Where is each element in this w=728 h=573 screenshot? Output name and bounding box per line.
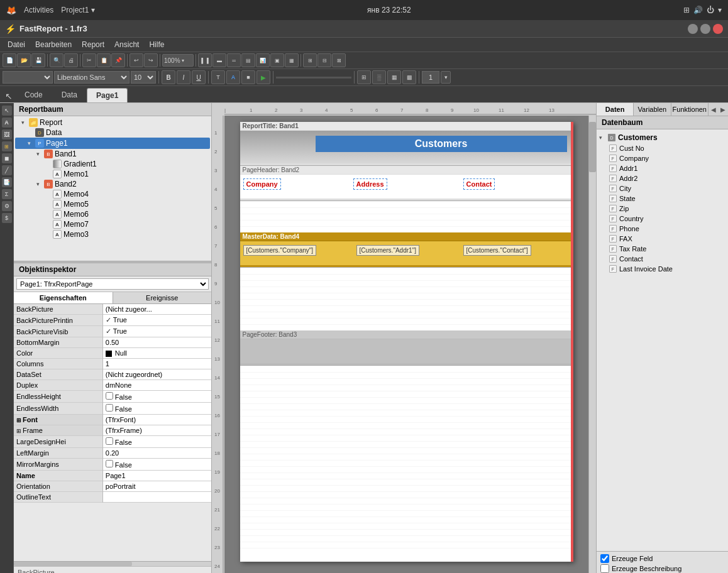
- data-company-field[interactable]: [Customers."Company"]: [243, 245, 317, 256]
- tb-paste[interactable]: 📌: [111, 53, 125, 67]
- maximize-button[interactable]: [700, 24, 710, 34]
- left-apps-icon[interactable]: ⚙: [2, 201, 12, 211]
- tree-node-memo3[interactable]: A Memo3: [15, 229, 210, 239]
- prop-endlesswidth[interactable]: EndlessWidth False: [14, 403, 211, 415]
- tree-node-gradient1[interactable]: Gradient1: [15, 159, 210, 169]
- tb-align2[interactable]: ⊟: [317, 53, 331, 67]
- tb-print[interactable]: 🖨: [64, 53, 78, 67]
- right-field-country[interactable]: F Country: [599, 214, 725, 224]
- tab-data[interactable]: Data: [52, 87, 87, 102]
- tb-band3[interactable]: ═: [227, 53, 241, 67]
- left-line-icon[interactable]: ╱: [2, 165, 12, 175]
- fmt-num-input[interactable]: [422, 71, 439, 84]
- prop-bottommargin[interactable]: BottomMargin0.50: [14, 337, 211, 348]
- fmt-text-hi[interactable]: A: [226, 70, 240, 84]
- tb-print-preview[interactable]: 🔍: [50, 53, 63, 67]
- right-tab-nav-left[interactable]: ◀: [708, 103, 718, 116]
- prop-endlessheight[interactable]: EndlessHeight False: [14, 391, 211, 403]
- prop-mirrormargins[interactable]: MirrorMargins False: [14, 459, 211, 471]
- data-contact-field[interactable]: [Customers."Contact"]: [463, 245, 531, 256]
- prop-largedesignhei[interactable]: LargeDesignHei False: [14, 436, 211, 448]
- tree-node-memo6[interactable]: A Memo6: [15, 209, 210, 219]
- inspector-tab-events[interactable]: Ereignisse: [113, 292, 212, 303]
- tb-bar5[interactable]: ▣: [270, 53, 284, 67]
- tb-copy[interactable]: 📋: [97, 53, 111, 67]
- right-field-addr2[interactable]: F Addr2: [599, 173, 725, 183]
- inspector-object-selector[interactable]: Page1: TfrxReportPage: [16, 278, 209, 290]
- tree-node-memo7[interactable]: A Memo7: [15, 219, 210, 229]
- right-field-city[interactable]: F City: [599, 183, 725, 194]
- tree-node-band2[interactable]: ▾ B Band2: [15, 179, 210, 189]
- fmt-underline[interactable]: U: [192, 70, 206, 84]
- right-field-taxrate[interactable]: F Tax Rate: [599, 244, 725, 254]
- close-button[interactable]: [713, 24, 723, 34]
- tree-node-memo4[interactable]: A Memo4: [15, 189, 210, 199]
- band-footer-resize[interactable]: [240, 363, 573, 365]
- activities-label[interactable]: Activities: [24, 6, 53, 14]
- minimize-button[interactable]: [688, 24, 698, 34]
- fmt-border2[interactable]: ░: [372, 70, 386, 84]
- tree-node-memo1[interactable]: A Memo1: [15, 169, 210, 179]
- right-field-company[interactable]: F Company: [599, 153, 725, 163]
- fmt-color2[interactable]: ▩: [402, 70, 416, 84]
- fontsize-select[interactable]: 10: [131, 71, 156, 84]
- tb-open[interactable]: 📂: [17, 53, 31, 67]
- tb-redo[interactable]: ↪: [144, 53, 158, 67]
- canvas-vscroll[interactable]: [588, 116, 596, 573]
- prop-duplex[interactable]: DuplexdmNone: [14, 380, 211, 391]
- tb-bar6[interactable]: ▦: [285, 53, 299, 67]
- create-description-checkbox[interactable]: [600, 564, 609, 573]
- right-field-custno[interactable]: F Cust No: [599, 143, 725, 153]
- prop-columns[interactable]: Columns1: [14, 359, 211, 369]
- tab-code[interactable]: Code: [15, 87, 52, 102]
- fmt-text[interactable]: T: [211, 70, 225, 84]
- right-field-lastinvoice[interactable]: F Last Invoice Date: [599, 264, 725, 274]
- prop-orientation[interactable]: OrientationpoPortrait: [14, 481, 211, 492]
- fmt-num-dropdown[interactable]: ▾: [441, 71, 451, 84]
- left-data-icon[interactable]: ⊞: [2, 141, 12, 151]
- fmt-highlight[interactable]: ■: [241, 70, 255, 84]
- right-tab-nav-right[interactable]: ▶: [718, 103, 728, 116]
- tree-node-report[interactable]: ▾ 📁 Report: [15, 117, 210, 128]
- menu-datei[interactable]: Datei: [3, 39, 30, 50]
- left-img-icon[interactable]: 🖼: [2, 129, 12, 139]
- tb-chart[interactable]: 📊: [256, 53, 270, 67]
- band-header-resize[interactable]: [240, 199, 573, 200]
- tree-node-data[interactable]: D Data: [15, 128, 210, 138]
- fmt-bold[interactable]: B: [162, 70, 175, 84]
- left-terminal-icon[interactable]: $: [2, 213, 12, 223]
- inspector-scroll-h[interactable]: [14, 561, 211, 566]
- band-master-resize[interactable]: [240, 265, 573, 267]
- band-title-resize[interactable]: [240, 163, 573, 165]
- left-text-icon[interactable]: A: [2, 117, 12, 128]
- fmt-run[interactable]: ▶: [256, 70, 270, 84]
- right-tab-funktionen[interactable]: Funktionen: [671, 103, 708, 116]
- right-field-zip[interactable]: F Zip: [599, 204, 725, 214]
- fmt-italic[interactable]: I: [177, 70, 190, 84]
- project-dropdown[interactable]: ▾: [91, 6, 95, 14]
- right-field-contact[interactable]: F Contact: [599, 254, 725, 264]
- font-select[interactable]: Liberation Sans: [54, 71, 130, 84]
- tree-node-page1[interactable]: ▾ P Page1: [15, 138, 210, 149]
- tb-save[interactable]: 💾: [31, 53, 45, 67]
- right-tab-daten[interactable]: Daten: [597, 103, 634, 116]
- tb-align1[interactable]: ⊞: [303, 53, 317, 67]
- right-tab-variablen[interactable]: Variablen: [634, 103, 671, 116]
- header-company-field[interactable]: Company: [243, 178, 281, 190]
- menu-ansicht[interactable]: Ansicht: [109, 39, 144, 50]
- header-contact-field[interactable]: Contact: [463, 178, 495, 190]
- prop-leftmargin[interactable]: LeftMargin0.20: [14, 448, 211, 459]
- left-sum-icon[interactable]: Σ: [2, 189, 12, 199]
- menu-bearbeiten[interactable]: Bearbeiten: [30, 39, 77, 50]
- prop-backpicture[interactable]: BackPicture(Nicht zugeor...: [14, 304, 211, 315]
- tb-cut[interactable]: ✂: [82, 53, 96, 67]
- tree-node-band1[interactable]: ▾ B Band1: [15, 149, 210, 159]
- tb-undo[interactable]: ↩: [130, 53, 143, 67]
- tb-align3[interactable]: ⊠: [332, 53, 346, 67]
- page-scroll-area[interactable]: ReportTitle: Band1 Customers PageHeader:…: [224, 116, 588, 573]
- prop-frame[interactable]: ⊞Frame(TfrxFrame): [14, 425, 211, 436]
- left-report-icon[interactable]: 📑: [2, 177, 12, 187]
- prop-backpicturevisib[interactable]: BackPictureVisib✓ True: [14, 326, 211, 337]
- prop-name[interactable]: NamePage1: [14, 471, 211, 481]
- inspector-tab-properties[interactable]: Eigenschaften: [14, 292, 113, 303]
